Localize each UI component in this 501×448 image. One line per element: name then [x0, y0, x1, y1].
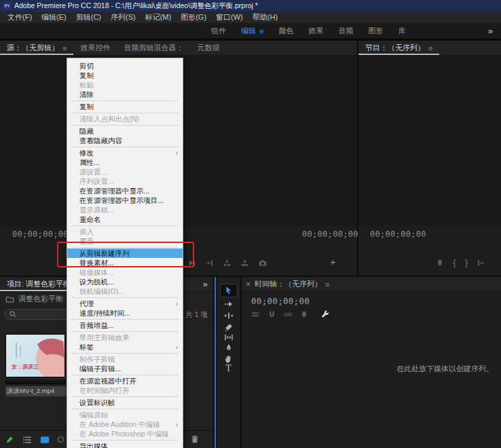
close-panel-icon[interactable]: ×	[242, 277, 253, 291]
workspace-menu-icon[interactable]: ≡	[259, 27, 263, 35]
menu-item[interactable]: 修改›	[67, 148, 183, 157]
overwrite-icon[interactable]	[240, 259, 249, 267]
menu-item[interactable]: 代理›	[67, 299, 183, 308]
menubar-item[interactable]: 序列(S)	[106, 12, 141, 22]
workspace-bar: 组件编辑≡颜色效果音频图形库»	[0, 23, 501, 39]
workspace-tab[interactable]: 编辑≡	[234, 23, 271, 39]
menu-item[interactable]: 重命名	[67, 214, 183, 224]
tab-panel[interactable]: 效果控件	[73, 41, 117, 55]
menu-item[interactable]: 在源监视器中打开	[67, 376, 183, 386]
menu-separator	[71, 319, 179, 320]
menu-item[interactable]: 从剪辑新建序列	[67, 248, 183, 258]
workspace-tab-label: 图形	[368, 26, 383, 36]
menubar-item[interactable]: 窗口(W)	[211, 12, 248, 22]
clip-thumbnail[interactable]: 女：凉凉三	[5, 334, 65, 377]
menu-item[interactable]: 剪切	[67, 61, 183, 71]
workspace-tab-label: 音频	[338, 26, 353, 36]
menu-item[interactable]: 音频增益...	[67, 320, 183, 330]
menubar-item[interactable]: 图形(G)	[176, 12, 211, 22]
selection-tool[interactable]	[220, 284, 238, 297]
menubar-item[interactable]: 标记(M)	[141, 12, 177, 22]
workspace-tab[interactable]: 效果	[301, 23, 331, 39]
project-panel-focus-border	[215, 277, 216, 448]
export-frame-icon[interactable]	[258, 259, 267, 267]
insert-icon[interactable]	[223, 259, 231, 267]
step-forward-icon[interactable]	[187, 259, 196, 267]
menu-item[interactable]: 标签›	[67, 342, 183, 352]
nest-sequence-icon[interactable]	[251, 310, 261, 319]
add-marker-icon[interactable]	[300, 310, 308, 319]
tab-panel[interactable]: 音频剪辑混合器：	[117, 41, 190, 55]
snap-icon[interactable]	[267, 310, 276, 319]
icon-view-icon[interactable]	[40, 435, 50, 445]
workspace-tab[interactable]: 库	[390, 23, 413, 39]
workspace-tab[interactable]: 颜色	[271, 23, 301, 39]
tab-label: 效果控件	[80, 43, 110, 53]
project-bin-icon	[5, 295, 14, 303]
program-transport-controls: { }	[436, 257, 485, 268]
menu-item[interactable]: 在资源管理器中显示...	[67, 186, 183, 195]
title-bar: Pr Adobe Premiere Pro CC 2018 - C:\用户\li…	[0, 0, 501, 12]
menu-item[interactable]: 设为脱机...	[67, 277, 183, 286]
menubar-item[interactable]: 帮助(H)	[248, 12, 282, 22]
menu-item[interactable]: 复制	[67, 71, 183, 80]
tab-panel[interactable]: 元数据	[190, 41, 226, 55]
trash-icon[interactable]	[190, 434, 200, 444]
add-marker-icon[interactable]	[436, 259, 444, 267]
menu-separator	[71, 100, 179, 101]
tab-timeline[interactable]: 时间轴：（无序列） ≡	[253, 277, 336, 291]
program-monitor-body: 00;00;00;00 { }	[358, 56, 501, 276]
window-title: Adobe Premiere Pro CC 2018 - C:\用户\likai…	[14, 1, 258, 11]
mark-in-icon[interactable]: {	[453, 258, 456, 267]
menu-item[interactable]: 隐藏	[67, 126, 183, 136]
tab-project[interactable]: 项目: 调整色彩平衡	[0, 277, 77, 291]
clip-name-label[interactable]: 凉凉MV-t_2.mp4	[5, 386, 68, 396]
menubar-item[interactable]: 编辑(E)	[37, 12, 71, 22]
menu-item[interactable]: 编辑子剪辑...	[67, 364, 183, 373]
menu-item[interactable]: 替换素材...	[67, 258, 183, 267]
program-position-timecode[interactable]: 00;00;00;00	[370, 229, 426, 239]
submenu-arrow-icon: ›	[176, 148, 179, 157]
panel-menu-icon[interactable]: ≡	[62, 44, 67, 52]
menu-item[interactable]: 设置标识帧	[67, 398, 183, 407]
button-editor-add-icon[interactable]: +	[330, 256, 336, 267]
clip-item[interactable]: 女：凉凉三 凉凉MV-t_2.mp4	[5, 334, 68, 396]
source-position-timecode[interactable]: 00;00;00;00	[12, 229, 69, 239]
menu-item: 源设置...	[67, 167, 183, 176]
workspace-tab[interactable]: 音频	[331, 23, 360, 39]
workspace-tab[interactable]: 图形	[360, 23, 390, 39]
menu-item[interactable]: 速度/持续时间...	[67, 308, 183, 318]
menu-item[interactable]: 在资源管理器中显示项目...	[67, 195, 183, 205]
menu-item[interactable]: 属性...	[67, 157, 183, 167]
menubar-item[interactable]: 剪辑(C)	[71, 12, 106, 22]
ripple-edit-tool[interactable]	[221, 310, 237, 322]
panel-menu-icon[interactable]: ≡	[428, 44, 432, 52]
menu-item: 序列设置...	[67, 176, 183, 186]
menu-item[interactable]: 查看隐藏内容	[67, 136, 183, 145]
menu-item: 在 Adobe Audition 中编辑›	[67, 419, 183, 429]
panel-overflow-icon[interactable]: »	[203, 277, 213, 291]
timeline-settings-icon[interactable]	[320, 310, 330, 319]
clip-scrubber[interactable]	[5, 380, 65, 384]
go-to-in-icon[interactable]	[477, 259, 485, 267]
linked-selection-icon[interactable]	[283, 310, 293, 319]
project-tab-label: 项目: 调整色彩平衡	[7, 279, 71, 289]
track-select-forward-tool[interactable]	[221, 298, 237, 310]
menu-item[interactable]: 复制	[67, 102, 183, 111]
go-to-out-icon[interactable]	[205, 259, 214, 267]
list-view-icon[interactable]	[22, 435, 32, 445]
workspace-overflow-icon[interactable]: »	[488, 26, 501, 36]
timeline-position-timecode[interactable]: 00;00;00;00	[251, 296, 310, 306]
type-tool[interactable]: T	[221, 362, 237, 375]
workspace-tab[interactable]: 组件	[204, 23, 234, 39]
tab-program-monitor[interactable]: 节目：（无序列） ≡	[358, 41, 439, 55]
tab-source-monitor[interactable]: 源：（无剪辑）≡	[0, 41, 73, 55]
menubar-item[interactable]: 文件(F)	[3, 12, 37, 22]
mark-out-icon[interactable]: }	[465, 258, 468, 267]
menu-separator	[71, 147, 179, 147]
submenu-arrow-icon: ›	[176, 299, 179, 308]
panel-menu-icon[interactable]: ≡	[325, 280, 329, 288]
menu-item[interactable]: 清除	[67, 90, 183, 99]
submenu-arrow-icon: ›	[176, 419, 179, 429]
menu-item[interactable]: 导出媒体	[67, 441, 183, 448]
